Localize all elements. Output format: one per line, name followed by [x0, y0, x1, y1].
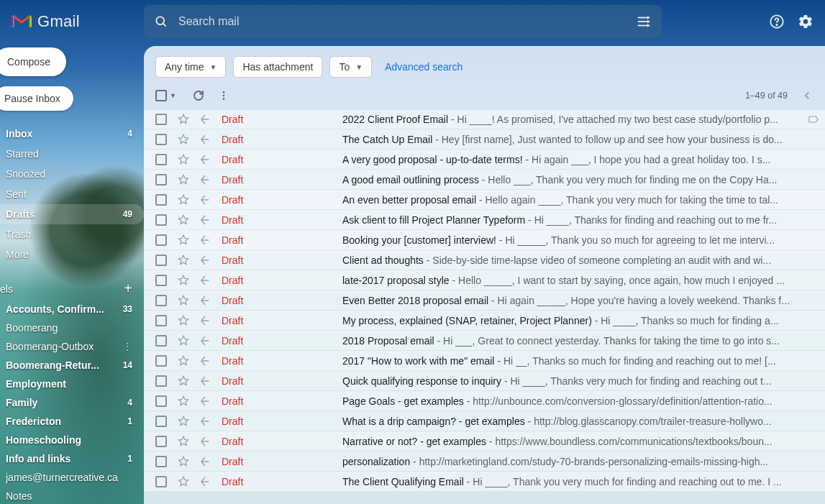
star-icon[interactable] [177, 113, 190, 126]
label-item[interactable]: Boomerang-Outbox⋮ [0, 337, 144, 356]
importance-icon[interactable] [199, 133, 211, 146]
star-icon[interactable] [177, 173, 190, 186]
label-item[interactable]: Info and links1 [0, 449, 144, 468]
label-item[interactable]: Boomerang [0, 319, 144, 337]
row-checkbox[interactable] [155, 456, 167, 467]
importance-icon[interactable] [199, 254, 211, 267]
row-checkbox[interactable] [155, 436, 167, 447]
message-row[interactable]: DraftEven Better 2018 proposal email - H… [144, 290, 825, 311]
importance-icon[interactable] [199, 274, 211, 287]
importance-icon[interactable] [199, 214, 211, 226]
nav-item-inbox[interactable]: Inbox4 [0, 124, 144, 144]
message-row[interactable]: Draft2018 Proposal email - Hi ___, Great… [144, 331, 825, 351]
star-icon[interactable] [177, 133, 190, 146]
importance-icon[interactable] [199, 153, 211, 166]
row-checkbox[interactable] [155, 295, 167, 306]
label-item[interactable]: james@turnercreative.ca [0, 468, 144, 487]
message-row[interactable]: DraftAn even better proposal email - Hel… [144, 190, 825, 210]
row-checkbox[interactable] [155, 114, 167, 125]
importance-icon[interactable] [199, 415, 211, 428]
importance-icon[interactable] [199, 375, 211, 388]
row-checkbox[interactable] [155, 315, 167, 326]
message-row[interactable]: DraftNarrative or not? - get examples - … [144, 431, 825, 452]
message-row[interactable]: DraftMy process, explained (SNAP, retain… [144, 311, 825, 331]
row-checkbox[interactable] [155, 416, 167, 427]
star-icon[interactable] [177, 415, 190, 428]
row-checkbox[interactable] [155, 476, 167, 487]
message-row[interactable]: DraftPage Goals - get examples - http://… [144, 391, 825, 411]
row-checkbox[interactable] [155, 134, 167, 145]
label-item[interactable]: Employment [0, 375, 144, 393]
star-icon[interactable] [177, 294, 190, 307]
importance-icon[interactable] [199, 314, 211, 327]
search-bar[interactable] [144, 5, 662, 38]
row-checkbox[interactable] [155, 234, 167, 246]
row-checkbox[interactable] [155, 255, 167, 266]
star-icon[interactable] [177, 354, 190, 367]
nav-item-more[interactable]: More [0, 244, 144, 265]
filter-to[interactable]: To ▼ [329, 56, 372, 78]
label-item[interactable]: Fredericton1 [0, 412, 144, 431]
importance-icon[interactable] [199, 294, 211, 307]
star-icon[interactable] [177, 435, 190, 448]
row-checkbox[interactable] [155, 214, 167, 226]
label-item[interactable]: Homeschooling [0, 431, 144, 449]
nav-item-sent[interactable]: Sent [0, 184, 144, 204]
star-icon[interactable] [177, 375, 190, 388]
star-icon[interactable] [177, 314, 190, 327]
importance-icon[interactable] [199, 113, 211, 126]
label-item[interactable]: Boomerang-Retur...14 [0, 356, 144, 375]
message-row[interactable]: Draft2017 "How to work with me" email - … [144, 351, 825, 371]
message-row[interactable]: DraftA good email outlining process - He… [144, 170, 825, 190]
nav-item-starred[interactable]: Starred [0, 144, 144, 164]
refresh-icon[interactable] [192, 89, 205, 102]
row-checkbox[interactable] [155, 174, 167, 185]
message-row[interactable]: DraftQuick qualifying response to inquir… [144, 371, 825, 391]
star-icon[interactable] [177, 234, 190, 247]
nav-item-drafts[interactable]: Drafts49 [0, 204, 144, 224]
settings-gear-icon[interactable] [798, 14, 813, 29]
label-tag-icon[interactable] [808, 114, 819, 125]
message-row[interactable]: DraftBooking your [customer] interview! … [144, 230, 825, 250]
search-input[interactable] [178, 15, 636, 28]
importance-icon[interactable] [199, 395, 211, 408]
label-more-icon[interactable]: ⋮ [122, 341, 132, 352]
importance-icon[interactable] [199, 354, 211, 367]
nav-item-snoozed[interactable]: Snoozed [0, 164, 144, 184]
star-icon[interactable] [177, 395, 190, 408]
importance-icon[interactable] [199, 455, 211, 468]
star-icon[interactable] [177, 475, 190, 488]
row-checkbox[interactable] [155, 275, 167, 286]
importance-icon[interactable] [199, 193, 211, 206]
advanced-search-link[interactable]: Advanced search [385, 61, 462, 73]
star-icon[interactable] [177, 254, 190, 267]
message-row[interactable]: Draftpersonalization - http://marketingl… [144, 452, 825, 472]
message-row[interactable]: DraftClient ad thoughts - Side-by-side t… [144, 250, 825, 270]
star-icon[interactable] [177, 334, 190, 347]
row-checkbox[interactable] [155, 335, 167, 347]
message-row[interactable]: DraftAsk client to fill Project Planner … [144, 210, 825, 230]
message-row[interactable]: Draft2022 Client Proof Email - Hi ____! … [144, 109, 825, 129]
compose-button[interactable]: Compose [0, 47, 66, 76]
message-row[interactable]: DraftThe Catch Up Email - Hey [first nam… [144, 129, 825, 150]
message-row[interactable]: Draftlate-2017 proposal style - Hello __… [144, 270, 825, 290]
label-item[interactable]: Notes [0, 487, 144, 504]
row-checkbox[interactable] [155, 154, 167, 165]
logo[interactable]: Gmail [12, 12, 144, 31]
add-label-icon[interactable]: + [124, 280, 132, 297]
prev-page-icon[interactable] [801, 89, 813, 102]
star-icon[interactable] [177, 214, 190, 226]
message-row[interactable]: DraftThe Client Qualifying Email - Hi __… [144, 472, 825, 492]
pause-inbox-button[interactable]: Pause Inbox [0, 86, 73, 111]
message-row[interactable]: DraftA very good proposal - up-to-date t… [144, 150, 825, 170]
importance-icon[interactable] [199, 234, 211, 247]
star-icon[interactable] [177, 455, 190, 468]
filter-any-time[interactable]: Any time ▼ [155, 56, 226, 78]
search-icon[interactable] [154, 14, 168, 29]
more-actions-icon[interactable] [218, 90, 229, 101]
label-item[interactable]: Accounts, Confirm...33 [0, 300, 144, 319]
row-checkbox[interactable] [155, 375, 167, 387]
label-item[interactable]: Family4 [0, 393, 144, 412]
row-checkbox[interactable] [155, 194, 167, 206]
row-checkbox[interactable] [155, 355, 167, 367]
